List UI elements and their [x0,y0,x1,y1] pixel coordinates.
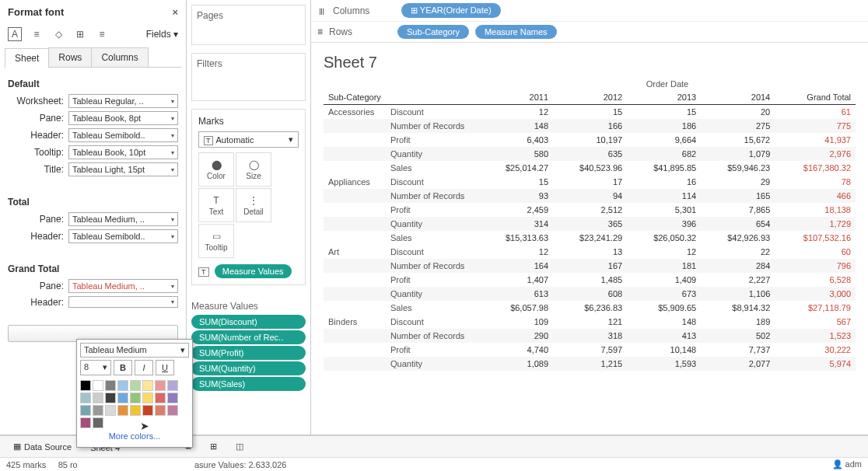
bold-button[interactable]: B [114,360,132,375]
color-swatch[interactable] [105,380,116,391]
color-swatch[interactable] [105,392,116,403]
font-dropdown[interactable]: Tableau Semibold..▾ [68,229,178,243]
font-dropdown[interactable]: Tableau Light, 15pt▾ [68,162,178,176]
color-swatch[interactable] [155,380,166,391]
measure-pill[interactable]: SUM(Profit) [191,346,306,360]
value-cell: 1,407 [479,273,553,287]
measure-cell: Sales [386,161,479,175]
color-swatch[interactable] [80,392,91,403]
color-swatch[interactable] [155,392,166,403]
value-cell: 1,409 [627,273,701,287]
font-dropdown[interactable]: ▾ [68,296,178,308]
font-dropdown[interactable]: Tableau Regular, ..▾ [68,94,178,108]
font-dropdown[interactable]: Tableau Medium, ..▾ [68,279,178,293]
font-family-dropdown[interactable]: Tableau Medium▾ [80,343,189,358]
fields-dropdown[interactable]: Fields ▾ [146,29,178,40]
font-dropdown[interactable]: Tableau Book, 10pt▾ [68,145,178,159]
font-picker-popup: Tableau Medium▾ 8▾ B I U More colors... [76,339,193,448]
italic-button[interactable]: I [135,360,153,375]
data-source-tab[interactable]: ▦ Data Source [5,438,80,455]
borders-icon[interactable]: ⊞ [73,27,87,41]
subcategory-cell [324,343,386,357]
subcategory-cell [324,287,386,301]
alignment-icon[interactable]: ≡ [30,27,44,41]
color-swatch[interactable] [155,405,166,416]
measure-pill[interactable]: SUM(Sales) [191,377,306,391]
color-swatch[interactable] [117,405,128,416]
measure-pill[interactable]: SUM(Quantity) [191,361,306,375]
format-tab-sheet[interactable]: Sheet [5,48,49,68]
font-icon[interactable]: A [8,27,22,41]
close-icon[interactable]: × [172,6,178,18]
grand-total-cell: 41,937 [775,133,856,147]
measure-cell: Quantity [386,147,479,161]
value-cell: 1,089 [479,357,553,371]
rows-pill-measurenames[interactable]: Measure Names [475,25,557,39]
user-icon: 👤 [832,459,843,469]
font-dropdown[interactable]: Tableau Medium, ..▾ [68,212,178,226]
more-colors-link[interactable]: More colors... [80,428,189,444]
value-cell: 186 [627,119,701,133]
color-swatch[interactable] [130,405,141,416]
format-tab-columns[interactable]: Columns [91,47,148,67]
grand-total-cell: 1,729 [775,217,856,231]
color-swatch[interactable] [80,405,91,416]
color-swatch[interactable] [142,380,153,391]
measure-pill[interactable]: SUM(Number of Rec.. [191,330,306,344]
color-swatch[interactable] [142,392,153,403]
value-cell: 15 [553,105,627,120]
field-label: Header: [8,130,64,141]
pages-shelf[interactable]: Pages [191,5,306,45]
color-swatch[interactable] [93,405,103,416]
color-swatch[interactable] [117,392,128,403]
measure-cell: Profit [386,273,479,287]
color-swatch[interactable] [80,417,91,428]
measure-pill[interactable]: SUM(Discount) [191,315,306,329]
format-tab-rows[interactable]: Rows [48,47,92,67]
font-size-dropdown[interactable]: 8▾ [80,360,111,375]
value-cell: 1,593 [627,357,701,371]
order-date-header: Order Date [479,79,856,89]
value-cell: 580 [479,147,553,161]
color-swatch[interactable] [167,405,178,416]
color-swatch[interactable] [142,405,153,416]
new-dashboard-icon[interactable]: ⊞ [201,438,226,455]
color-swatch[interactable] [93,392,103,403]
underline-button[interactable]: U [156,360,174,375]
color-swatch[interactable] [130,380,141,391]
value-cell: 164 [479,259,553,273]
grand-total-cell: 775 [775,119,856,133]
new-story-icon[interactable]: ◫ [227,438,252,455]
color-swatch[interactable] [93,417,103,428]
font-dropdown[interactable]: Tableau Book, 8pt▾ [68,111,178,125]
color-swatch[interactable] [167,392,178,403]
lines-icon[interactable]: ≡ [95,27,109,41]
value-cell: $8,914.32 [701,301,775,315]
mark-size-button[interactable]: ◯Size [236,152,271,187]
color-swatch[interactable] [167,380,178,391]
mark-color-button[interactable]: ⬤Color [198,152,234,187]
shading-icon[interactable]: ◇ [51,27,65,41]
value-cell: 20 [701,105,775,120]
filters-shelf[interactable]: Filters [191,53,306,101]
color-swatch[interactable] [130,392,141,403]
mark-text-button[interactable]: TText [198,188,234,222]
color-swatch[interactable] [93,380,103,391]
measure-values-pill[interactable]: Measure Values [215,264,292,278]
value-cell: 7,597 [553,343,627,357]
columns-shelf-label: Columns [333,5,395,16]
color-swatch[interactable] [80,380,91,391]
measure-cell: Number of Records [386,189,479,203]
value-cell: 121 [553,315,627,329]
color-swatch[interactable] [105,405,116,416]
measure-cell: Quantity [386,357,479,371]
marks-type-dropdown[interactable]: TAutomatic ▾ [198,131,299,148]
mark-detail-button[interactable]: ⋮Detail [236,188,271,222]
columns-pill[interactable]: ⊞ YEAR(Order Date) [401,3,501,18]
font-dropdown[interactable]: Tableau Semibold..▾ [68,128,178,142]
mark-tooltip-button[interactable]: ▭Tooltip [198,224,234,258]
color-swatch[interactable] [117,380,128,391]
text-icon: T [198,267,209,277]
rows-pill-subcategory[interactable]: Sub-Category [397,25,469,39]
grand-total-cell: 78 [775,175,856,189]
